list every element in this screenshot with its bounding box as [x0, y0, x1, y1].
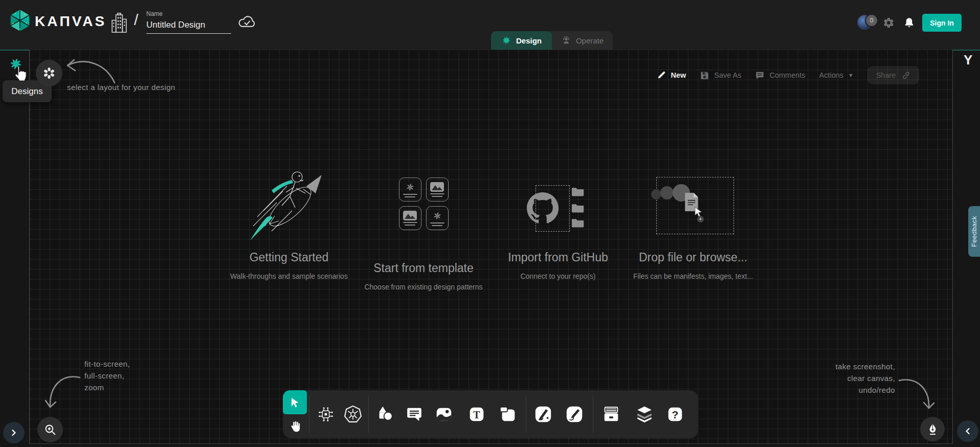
pan-tool-button[interactable] [283, 414, 307, 438]
template-tile [399, 177, 421, 202]
breadcrumb-separator: / [134, 11, 138, 29]
github-icon [527, 192, 559, 224]
getting-started-card[interactable]: Getting Started Walk-throughs and sample… [222, 167, 355, 280]
sign-in-button[interactable]: Sign In [922, 14, 962, 32]
toolbar-divider [593, 396, 593, 433]
card-subtitle: Walk-throughs and sample scenarios [222, 272, 355, 280]
toolbar-divider [368, 396, 369, 433]
drop-file-illustration: + [627, 167, 760, 250]
import-from-github-card[interactable]: Import from GitHub Connect to your repo(… [492, 167, 625, 280]
kanvas-app: KAΠVAS / Name [0, 0, 980, 447]
folder-icon [571, 203, 585, 213]
layout-button[interactable] [36, 60, 62, 86]
toolbar-divider [309, 396, 309, 433]
share-button[interactable]: Share [867, 66, 919, 84]
tab-operate[interactable]: Operate [552, 31, 613, 50]
drawer-icon [602, 405, 621, 424]
app-header: KAΠVAS / Name [0, 0, 980, 50]
bell-icon[interactable] [903, 16, 916, 32]
select-tool-button[interactable] [283, 390, 307, 414]
notification-count-badge[interactable]: 0 [865, 14, 878, 27]
pencil-icon [657, 71, 666, 80]
tab-design[interactable]: Design [491, 31, 552, 50]
components-tool-button[interactable] [316, 405, 336, 424]
start-from-template-card[interactable]: Start from template Choose from existing… [357, 167, 490, 291]
gear-icon[interactable] [883, 17, 895, 31]
card-title: Import from GitHub [492, 251, 625, 264]
drawer-tool-button[interactable] [602, 405, 621, 424]
expand-left-panel-button[interactable] [3, 422, 25, 443]
brand-name: KAΠVAS [35, 13, 106, 30]
template-tile [426, 177, 449, 202]
design-name-label: Name [146, 10, 231, 17]
zoom-hint-text: fit-to-screen, full-screen, zoom [84, 358, 130, 393]
layers-icon [635, 404, 654, 424]
flower-icon [42, 66, 56, 80]
tab-design-label: Design [516, 36, 542, 45]
text-tool-button[interactable]: T [467, 405, 486, 424]
layers-tool-button[interactable] [635, 405, 654, 424]
expand-right-panel-button[interactable] [957, 420, 978, 442]
comment-bubble-icon [405, 405, 424, 424]
help-tool-button[interactable]: ? [665, 405, 685, 424]
cursor-icon [289, 396, 301, 409]
folder-icon [571, 217, 585, 228]
text-icon: T [467, 405, 486, 424]
pen-nib-icon [926, 423, 939, 436]
card-subtitle: Connect to your repo(s) [492, 272, 625, 280]
chip-icon [316, 405, 336, 424]
right-rail-logo[interactable]: Y [964, 52, 972, 68]
shapes-tool-button[interactable] [375, 405, 395, 424]
feedback-tab[interactable]: Feedback [968, 206, 980, 257]
operator-headset-icon [561, 35, 571, 46]
folder-icon [571, 186, 585, 197]
image-icon [434, 405, 454, 424]
template-tile [426, 206, 449, 230]
organization-icon[interactable] [110, 12, 128, 36]
design-spiral-icon [405, 182, 415, 192]
svg-text:?: ? [672, 409, 679, 420]
design-name-group: Name [146, 10, 231, 34]
dot-medium [660, 186, 674, 199]
pen-tool-button[interactable] [533, 405, 553, 424]
comments-button[interactable]: Comments [755, 71, 805, 80]
comment-tool-button[interactable] [405, 405, 424, 424]
image-thumb-icon [430, 182, 444, 192]
zoom-in-icon [43, 423, 57, 436]
kanvas-logo-icon[interactable] [8, 8, 32, 35]
feedback-label: Feedback [970, 216, 978, 247]
svg-text:T: T [473, 409, 480, 420]
design-spiral-icon [432, 211, 442, 221]
save-as-button[interactable]: Save As [700, 71, 741, 80]
card-title: Getting Started [222, 251, 355, 264]
card-subtitle: Choose from existing design patterns [357, 283, 490, 291]
chevron-left-icon [964, 428, 971, 435]
save-icon [700, 71, 709, 80]
chevron-right-icon [10, 429, 17, 436]
rocket-illustration [222, 167, 355, 250]
kubernetes-tool-button[interactable] [343, 405, 363, 424]
pencil-tool-button[interactable] [565, 405, 584, 424]
shapes-icon [375, 405, 395, 424]
image-thumb-icon [403, 211, 417, 220]
plus-badge: + [697, 216, 704, 222]
new-button[interactable]: New [657, 71, 686, 80]
github-illustration [492, 167, 625, 250]
actions-dropdown[interactable]: Actions ▼ [819, 71, 854, 79]
design-name-input[interactable] [146, 19, 231, 34]
question-icon: ? [665, 405, 685, 424]
card-title: Drop file or browse... [627, 251, 760, 264]
screenshot-hint-text: take screenshot, clear canvas, undo/redo [798, 361, 895, 396]
note-tool-button[interactable] [498, 405, 518, 424]
mode-tabbar: Design Operate [491, 31, 613, 50]
screenshot-tools-button[interactable] [920, 417, 945, 441]
hand-pan-icon [288, 420, 302, 433]
kubernetes-icon [343, 404, 363, 424]
tab-operate-label: Operate [576, 36, 604, 45]
zoom-button[interactable] [37, 417, 63, 442]
canvas-action-bar: New Save As Comments Actions ▼ Share [657, 66, 919, 84]
drop-file-card[interactable]: + Drop file or browse... Files can be ma… [627, 167, 760, 280]
toolbar-divider [526, 396, 526, 433]
image-tool-button[interactable] [434, 405, 454, 424]
comment-icon [755, 71, 765, 80]
